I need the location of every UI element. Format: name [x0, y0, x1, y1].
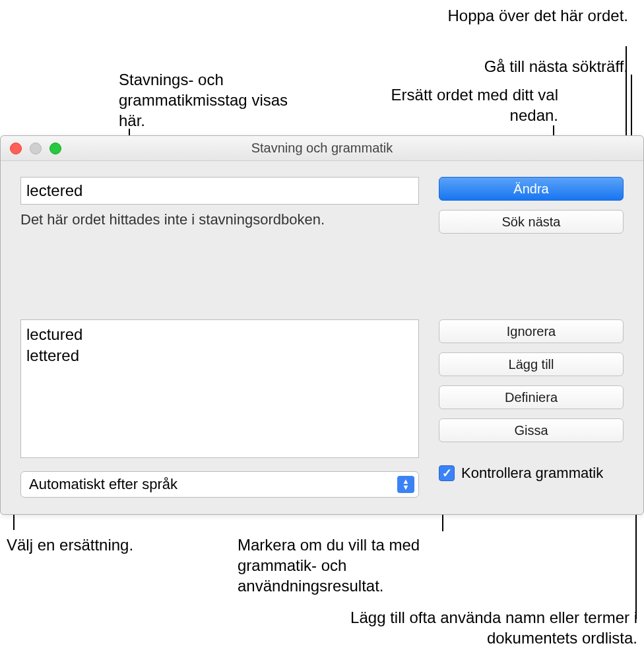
change-button[interactable]: Ändra — [439, 177, 624, 201]
window-title: Stavning och grammatik — [1, 141, 643, 156]
titlebar: Stavning och grammatik — [1, 136, 643, 161]
status-text: Det här ordet hittades inte i stavningso… — [20, 211, 419, 228]
ignore-button[interactable]: Ignorera — [439, 319, 624, 343]
callout-skip: Hoppa över det här ordet. — [430, 5, 628, 26]
check-grammar-checkbox[interactable]: ✓ — [439, 465, 455, 481]
define-button[interactable]: Definiera — [439, 385, 624, 409]
callout-mistakes: Stavnings- och grammatikmisstag visas hä… — [119, 69, 304, 131]
find-next-button[interactable]: Sök nästa — [439, 210, 624, 234]
callout-add: Lägg till ofta använda namn eller termer… — [281, 607, 637, 648]
suggestions-list[interactable]: lectured lettered — [20, 319, 419, 458]
list-item[interactable]: lectured — [26, 324, 413, 345]
check-grammar-label: Kontrollera grammatik — [461, 465, 603, 482]
callout-grammar: Markera om du vill ta med grammatik- och… — [238, 535, 449, 597]
callout-choose: Välj en ersättning. — [7, 535, 139, 555]
updown-icon: ▲▼ — [397, 476, 414, 493]
list-item[interactable]: lettered — [26, 345, 413, 366]
misspelled-word-input[interactable] — [20, 177, 419, 205]
guess-button[interactable]: Gissa — [439, 418, 624, 442]
callout-replace: Ersätt ordet med ditt val nedan. — [360, 84, 558, 125]
language-select-value: Automatiskt efter språk — [29, 476, 177, 493]
language-select[interactable]: Automatiskt efter språk ▲▼ — [20, 471, 419, 498]
callout-next: Gå till nästa sökträff. — [397, 56, 628, 77]
spelling-grammar-window: Stavning och grammatik Det här ordet hit… — [0, 135, 644, 515]
add-button[interactable]: Lägg till — [439, 352, 624, 376]
